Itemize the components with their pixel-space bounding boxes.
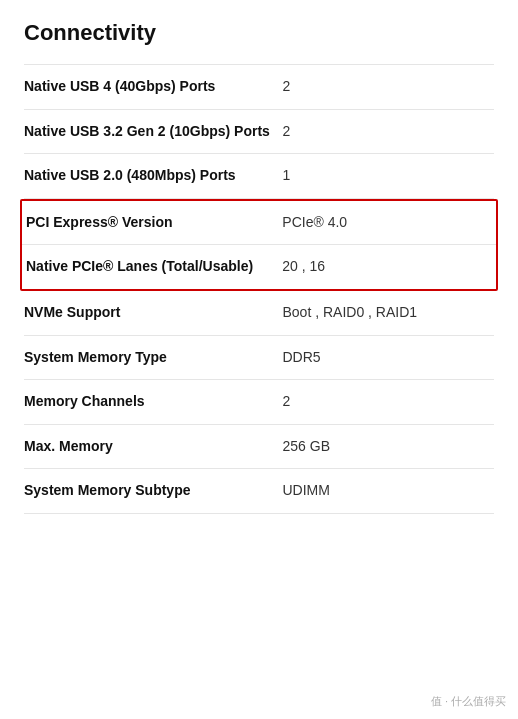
spec-row-memory-channels: Memory Channels2 [24,380,494,425]
spec-value-native-usb20: 1 [283,166,495,186]
spec-value-nvme-support: Boot , RAID0 , RAID1 [283,303,495,323]
spec-list: Native USB 4 (40Gbps) Ports2Native USB 3… [24,64,494,514]
spec-label-system-memory-type: System Memory Type [24,348,283,368]
spec-row-nvme-support: NVMe SupportBoot , RAID0 , RAID1 [24,291,494,336]
spec-row-pcie-version: PCI Express® VersionPCIe® 4.0 [22,201,496,246]
page-title: Connectivity [24,20,494,46]
spec-value-system-memory-type: DDR5 [283,348,495,368]
spec-label-native-usb32: Native USB 3.2 Gen 2 (10Gbps) Ports [24,122,283,142]
spec-row-native-usb20: Native USB 2.0 (480Mbps) Ports1 [24,154,494,199]
watermark: 值 · 什么值得买 [427,692,510,711]
spec-value-native-usb4: 2 [283,77,495,97]
spec-label-pcie-version: PCI Express® Version [26,213,282,233]
spec-row-max-memory: Max. Memory256 GB [24,425,494,470]
spec-label-pcie-lanes: Native PCIe® Lanes (Total/Usable) [26,257,282,277]
spec-label-nvme-support: NVMe Support [24,303,283,323]
spec-value-max-memory: 256 GB [283,437,495,457]
spec-label-native-usb4: Native USB 4 (40Gbps) Ports [24,77,283,97]
spec-row-native-usb32: Native USB 3.2 Gen 2 (10Gbps) Ports2 [24,110,494,155]
spec-value-pcie-version: PCIe® 4.0 [282,213,492,233]
spec-value-native-usb32: 2 [283,122,495,142]
spec-row-system-memory-type: System Memory TypeDDR5 [24,336,494,381]
spec-label-max-memory: Max. Memory [24,437,283,457]
spec-row-native-usb4: Native USB 4 (40Gbps) Ports2 [24,64,494,110]
spec-value-memory-subtype: UDIMM [283,481,495,501]
spec-label-memory-subtype: System Memory Subtype [24,481,283,501]
spec-value-pcie-lanes: 20 , 16 [282,257,492,277]
spec-value-memory-channels: 2 [283,392,495,412]
highlighted-group: PCI Express® VersionPCIe® 4.0Native PCIe… [20,199,498,291]
spec-label-native-usb20: Native USB 2.0 (480Mbps) Ports [24,166,283,186]
spec-label-memory-channels: Memory Channels [24,392,283,412]
spec-row-pcie-lanes: Native PCIe® Lanes (Total/Usable)20 , 16 [22,245,496,289]
spec-row-memory-subtype: System Memory SubtypeUDIMM [24,469,494,514]
